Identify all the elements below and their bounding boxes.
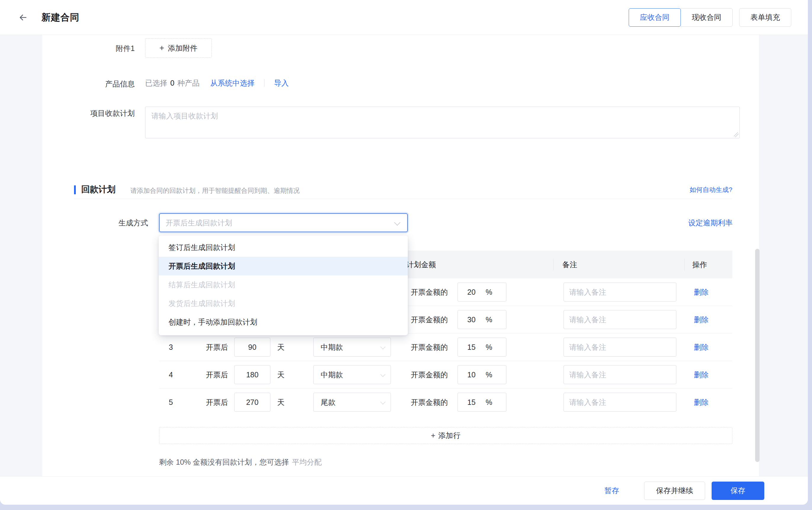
- generate-method-label: 生成方式: [0, 217, 148, 229]
- payment-type-select[interactable]: 中期款: [313, 365, 391, 384]
- repayment-plan-section-subtitle: 请添加合同的回款计划，用于智能提醒合同到期、逾期情况: [130, 186, 300, 195]
- save-and-continue-button[interactable]: 保存并继续: [644, 482, 705, 500]
- dropdown-option[interactable]: 签订后生成回款计划: [159, 238, 408, 257]
- percent-field: %: [458, 283, 506, 302]
- generate-method-value: 开票后生成回款计划: [166, 218, 232, 228]
- remark-input[interactable]: [563, 283, 676, 302]
- tab-receivable-contract[interactable]: 应收合同: [629, 8, 681, 27]
- percent-field: %: [458, 393, 506, 412]
- back-arrow-icon: [18, 12, 28, 23]
- dropdown-option-disabled: 结算后生成回款计划: [159, 276, 408, 294]
- plus-icon: +: [159, 43, 164, 53]
- save-button[interactable]: 保存: [712, 482, 764, 500]
- page-title: 新建合同: [41, 11, 79, 24]
- remark-input[interactable]: [563, 393, 676, 412]
- form-fill-button[interactable]: 表单填充: [739, 8, 791, 27]
- percent-sign: %: [486, 315, 492, 324]
- days-input[interactable]: [234, 393, 270, 412]
- table-row: 3 开票后 天 中期款 开票金额的 % 删除: [159, 334, 732, 361]
- project-plan-placeholder: 请输入项目收款计划: [151, 111, 218, 121]
- amount-prefix: 开票金额的: [411, 306, 448, 334]
- remark-input[interactable]: [563, 310, 676, 329]
- row-number: 3: [165, 334, 177, 361]
- percent-field: %: [458, 338, 506, 357]
- resize-grip-icon[interactable]: [734, 132, 738, 137]
- percent-sign: %: [486, 288, 492, 296]
- percent-sign: %: [486, 343, 492, 351]
- page-header: 新建合同 应收合同 现收合同 表单填充: [0, 0, 808, 35]
- remark-input[interactable]: [563, 365, 676, 384]
- divider: [264, 79, 264, 87]
- col-action: 操作: [692, 251, 707, 278]
- save-draft-link[interactable]: 暂存: [604, 486, 619, 495]
- dropdown-option[interactable]: 创建时，手动添加回款计划: [159, 313, 408, 332]
- average-distribute-link[interactable]: 平均分配: [292, 458, 322, 466]
- days-input[interactable]: [234, 365, 270, 384]
- how-to-autogenerate-link[interactable]: 如何自动生成?: [690, 186, 732, 194]
- amount-prefix: 开票金额的: [411, 334, 448, 361]
- page-footer: 暂存 保存并继续 保存: [0, 476, 808, 505]
- payment-type-select[interactable]: 中期款: [313, 338, 391, 357]
- add-row-button[interactable]: + 添加行: [159, 427, 732, 444]
- header-divider: [553, 259, 553, 271]
- col-remark: 备注: [562, 251, 577, 278]
- chevron-down-icon: [380, 344, 385, 349]
- tab-cash-contract[interactable]: 现收合同: [680, 8, 733, 27]
- days-input[interactable]: [234, 338, 270, 357]
- chevron-down-icon: [380, 399, 385, 404]
- chevron-down-icon: [380, 372, 385, 377]
- unit-day: 天: [277, 389, 285, 416]
- percent-input[interactable]: [458, 398, 485, 407]
- percent-input[interactable]: [458, 343, 485, 352]
- row-number: 5: [165, 389, 177, 416]
- choose-from-system-link[interactable]: 从系统中选择: [210, 78, 255, 88]
- import-link[interactable]: 导入: [274, 78, 289, 88]
- unit-day: 天: [277, 361, 285, 389]
- delete-row-link[interactable]: 删除: [694, 315, 709, 324]
- amount-prefix: 开票金额的: [411, 389, 448, 416]
- plus-icon: +: [431, 431, 435, 440]
- remark-input[interactable]: [563, 338, 676, 357]
- back-button[interactable]: [17, 11, 30, 24]
- product-info-row: 已选择 0 种产品 从系统中选择 导入: [145, 77, 289, 89]
- contract-type-switch: 应收合同 现收合同: [629, 8, 733, 27]
- app-window: 新建合同 应收合同 现收合同 表单填充 附件1 + 添加附件 产品信息 已选择 …: [0, 0, 808, 505]
- table-row: 5 开票后 天 尾款 开票金额的 % 删除: [159, 389, 732, 416]
- row-prefix: 开票后: [206, 334, 228, 361]
- percent-input[interactable]: [458, 315, 485, 324]
- delete-row-link[interactable]: 删除: [694, 370, 709, 380]
- add-attachment-label: 添加附件: [168, 43, 198, 53]
- percent-input[interactable]: [458, 370, 485, 379]
- generate-method-dropdown: 签订后生成回款计划 开票后生成回款计划 结算后生成回款计划 发货后生成回款计划 …: [159, 235, 408, 335]
- section-divider: [74, 199, 732, 199]
- product-info-label: 产品信息: [0, 78, 135, 90]
- row-number: 4: [165, 361, 177, 389]
- amount-prefix: 开票金额的: [411, 361, 448, 389]
- percent-sign: %: [486, 370, 492, 379]
- percent-sign: %: [486, 398, 492, 407]
- vertical-scrollbar[interactable]: [755, 249, 760, 462]
- remaining-text: 剩余 10% 金额没有回款计划，您可选择: [159, 458, 289, 466]
- generate-method-select[interactable]: 开票后生成回款计划: [159, 213, 408, 232]
- dropdown-option-selected[interactable]: 开票后生成回款计划: [159, 257, 408, 276]
- row-prefix: 开票后: [206, 361, 228, 389]
- percent-input[interactable]: [458, 288, 485, 297]
- payment-type-select[interactable]: 尾款: [313, 393, 391, 412]
- percent-field: %: [458, 365, 506, 384]
- percent-field: %: [458, 310, 506, 329]
- delete-row-link[interactable]: 删除: [694, 397, 709, 407]
- row-prefix: 开票后: [206, 389, 228, 416]
- project-plan-textarea[interactable]: 请输入项目收款计划: [145, 107, 740, 138]
- selected-suffix: 种产品: [177, 78, 200, 88]
- delete-row-link[interactable]: 删除: [694, 342, 709, 352]
- selected-prefix: 已选择: [145, 78, 167, 88]
- set-overdue-rate-link[interactable]: 设定逾期利率: [688, 218, 733, 228]
- add-row-label: 添加行: [438, 431, 461, 441]
- amount-prefix: 开票金额的: [411, 278, 448, 306]
- remaining-hint: 剩余 10% 金额没有回款计划，您可选择平均分配: [159, 457, 322, 467]
- add-attachment-button[interactable]: + 添加附件: [145, 38, 212, 58]
- chevron-down-icon: [394, 220, 400, 226]
- section-accent-bar: [74, 186, 76, 194]
- delete-row-link[interactable]: 删除: [694, 287, 709, 297]
- dropdown-option-disabled: 发货后生成回款计划: [159, 294, 408, 313]
